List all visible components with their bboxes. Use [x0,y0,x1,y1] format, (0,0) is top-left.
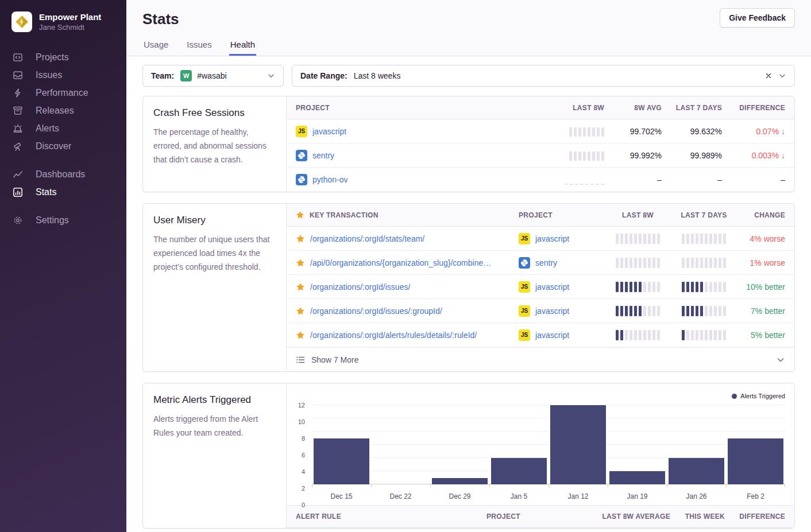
column-header: LAST 7 DAYS [671,211,737,219]
x-axis-label: Jan 19 [608,492,667,500]
stats-icon [13,187,23,197]
column-header: DIFFERENCE [722,104,794,112]
sparkline [682,234,726,244]
discover-icon [13,141,23,152]
project-link[interactable]: sentry [535,258,557,267]
chart-bar [609,471,666,484]
sparkline [569,126,604,137]
change-value: 5% better [737,331,794,340]
tab-usage[interactable]: Usage [142,40,169,56]
column-header: LAST 8W AVERAGE [584,512,670,521]
chart-bar [728,438,784,485]
sidebar-item-issues[interactable]: Issues [13,66,114,84]
javascript-platform-icon: JS [519,233,530,244]
javascript-platform-icon: JS [519,305,530,317]
sidebar-item-stats[interactable]: Stats [13,183,114,201]
transaction-link[interactable]: /organizations/:orgId/stats/team/ [310,234,424,243]
column-header: LAST 7 DAYS [662,104,722,112]
x-axis-label: Jan 26 [667,492,726,500]
javascript-platform-icon: JS [296,126,307,137]
last7-value: – [662,175,722,184]
transaction-link[interactable]: /organizations/:orgId/issues/:groupId/ [310,306,442,316]
project-link[interactable]: javascript [535,331,569,340]
project-link[interactable]: javascript [312,127,346,136]
key-transaction-star-icon[interactable] [296,234,305,243]
avg-value: 99.702% [604,127,662,136]
javascript-platform-icon: JS [519,329,530,341]
sidebar-item-alerts[interactable]: Alerts [13,119,114,137]
change-value: 1% worse [737,258,794,267]
project-link[interactable]: javascript [535,234,569,243]
sparkline [616,282,660,292]
transaction-link[interactable]: /api/0/organizations/{organization_slug}… [310,258,491,267]
sidebar-item-performance[interactable]: Performance [13,84,114,102]
key-transaction-star-icon[interactable] [296,331,305,340]
dashboards-icon [13,169,23,180]
column-header: KEY TRANSACTION [310,211,379,219]
table-header: PROJECT LAST 8W 8W AVG LAST 7 DAYS DIFFE… [287,96,794,119]
metric-alerts-panel: Metric Alerts Triggered Alerts triggered… [142,383,795,529]
date-range-select[interactable]: Date Range: Last 8 weeks [292,65,795,87]
org-switcher[interactable]: Empower Plant Jane Schmidt [0,11,126,32]
sidebar-item-discover[interactable]: Discover [13,137,114,155]
sidebar-item-settings[interactable]: Settings [13,211,114,229]
sidebar-item-label: Stats [36,187,56,197]
alerts-chart-plot [312,405,785,484]
table-header: ALERT RULE PROJECT LAST 8W AVERAGE THIS … [287,505,794,528]
user-name: Jane Schmidt [39,23,101,33]
panel-title: Metric Alerts Triggered [153,394,276,406]
give-feedback-button[interactable]: Give Feedback [720,8,795,28]
tab-health[interactable]: Health [229,40,256,56]
chart-bar [432,478,488,485]
project-link[interactable]: javascript [535,306,569,316]
settings-gear-icon [13,215,23,226]
key-transaction-star-icon[interactable] [296,282,305,292]
project-link[interactable]: python-ov [312,175,347,184]
javascript-platform-icon: JS [519,281,530,293]
sidebar: Empower Plant Jane Schmidt Projects Issu… [0,0,126,532]
legend-label: Alerts Triggered [740,393,785,399]
sparkline [682,282,726,292]
sidebar-item-label: Settings [36,215,69,226]
column-header: 8W AVG [604,104,662,112]
key-transaction-star-icon[interactable] [296,306,305,316]
sparkline [682,306,726,316]
tab-issues[interactable]: Issues [186,40,213,56]
column-header: CHANGE [737,211,794,219]
content-area: Team: W #wasabi Date Range: Last 8 weeks [126,56,811,532]
sidebar-item-dashboards[interactable]: Dashboards [13,165,114,183]
column-header: LAST 8W [541,104,604,112]
column-header: PROJECT [486,512,584,521]
team-filter-value: #wasabi [197,71,226,80]
alerts-triggered-chart: Alerts Triggered 024681012 Dec 15Dec 22D [287,383,794,505]
avg-value: 99.992% [604,151,662,160]
key-transaction-star-icon[interactable] [296,258,305,267]
clear-date-range-icon[interactable] [764,72,773,80]
sidebar-item-label: Discover [36,141,71,152]
transaction-link[interactable]: /organizations/:orgId/issues/ [310,282,410,292]
alerts-chart-bars [312,405,785,484]
avg-value: – [604,175,662,184]
project-link[interactable]: sentry [312,151,334,160]
panel-title: User Misery [153,215,276,226]
org-name: Empower Plant [39,11,101,23]
table-row: sentry 99.992% 99.989% 0.003% ↓ [287,143,794,168]
project-link[interactable]: javascript [535,282,569,292]
user-misery-panel: User Misery The number of unique users t… [142,203,795,372]
page-title: Stats [142,10,179,28]
chart-legend[interactable]: Alerts Triggered [287,390,785,402]
tab-bar: Usage Issues Health [142,40,795,56]
alerts-icon [13,123,23,134]
sparkline [616,330,660,340]
sparkline [616,234,660,244]
app-window: Empower Plant Jane Schmidt Projects Issu… [0,0,811,532]
team-filter-select[interactable]: Team: W #wasabi [142,65,284,87]
show-more-button[interactable]: Show 7 More [287,347,794,371]
sidebar-item-projects[interactable]: Projects [13,48,114,66]
transaction-link[interactable]: /organizations/:orgId/alerts/rules/detai… [310,331,477,340]
projects-icon [13,52,23,63]
chart-bar [550,405,607,484]
sidebar-item-label: Projects [36,52,69,63]
sidebar-item-releases[interactable]: Releases [13,102,114,119]
column-header: ALERT RULE [287,512,486,521]
